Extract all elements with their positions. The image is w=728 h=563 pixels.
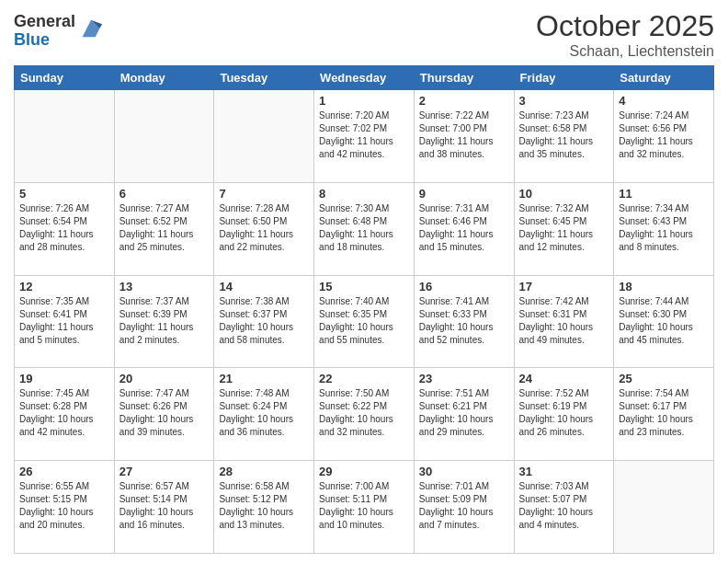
day-info: Sunrise: 6:57 AMSunset: 5:14 PMDaylight:…: [119, 480, 210, 532]
day-info: Sunrise: 7:28 AMSunset: 6:50 PMDaylight:…: [219, 202, 309, 254]
calendar-cell: 16Sunrise: 7:41 AMSunset: 6:33 PMDayligh…: [414, 275, 514, 368]
logo-general-text: General: [14, 13, 75, 31]
calendar-cell: 23Sunrise: 7:51 AMSunset: 6:21 PMDayligh…: [414, 368, 514, 461]
day-info: Sunrise: 7:37 AMSunset: 6:39 PMDaylight:…: [119, 295, 210, 347]
week-row-5: 26Sunrise: 6:55 AMSunset: 5:15 PMDayligh…: [15, 461, 714, 554]
weekday-header-thursday: Thursday: [414, 66, 514, 90]
day-number: 1: [319, 94, 409, 108]
weekday-header-tuesday: Tuesday: [214, 66, 314, 90]
day-number: 18: [619, 280, 709, 293]
day-number: 10: [519, 187, 609, 201]
header: General Blue October 2025 Schaan, Liecht…: [14, 9, 714, 60]
day-info: Sunrise: 7:41 AMSunset: 6:33 PMDaylight:…: [419, 295, 509, 347]
day-number: 12: [19, 280, 109, 293]
calendar-cell: 5Sunrise: 7:26 AMSunset: 6:54 PMDaylight…: [15, 182, 115, 275]
day-info: Sunrise: 7:45 AMSunset: 6:28 PMDaylight:…: [19, 387, 109, 439]
calendar-cell: 13Sunrise: 7:37 AMSunset: 6:39 PMDayligh…: [114, 275, 214, 368]
calendar-cell: 12Sunrise: 7:35 AMSunset: 6:41 PMDayligh…: [15, 275, 115, 368]
calendar-cell: 27Sunrise: 6:57 AMSunset: 5:14 PMDayligh…: [114, 461, 214, 554]
day-number: 25: [619, 372, 709, 385]
day-number: 24: [519, 372, 609, 385]
week-row-2: 5Sunrise: 7:26 AMSunset: 6:54 PMDaylight…: [15, 182, 714, 275]
week-row-1: 1Sunrise: 7:20 AMSunset: 7:02 PMDaylight…: [15, 90, 714, 183]
logo: General Blue: [14, 13, 104, 50]
title-block: October 2025 Schaan, Liechtenstein: [536, 9, 714, 60]
day-number: 21: [219, 372, 309, 385]
calendar-cell: [114, 90, 214, 183]
day-info: Sunrise: 7:38 AMSunset: 6:37 PMDaylight:…: [219, 295, 309, 347]
day-info: Sunrise: 7:54 AMSunset: 6:17 PMDaylight:…: [619, 387, 709, 439]
day-info: Sunrise: 7:22 AMSunset: 7:00 PMDaylight:…: [419, 109, 509, 161]
day-info: Sunrise: 7:30 AMSunset: 6:48 PMDaylight:…: [319, 202, 409, 254]
logo-blue-text: Blue: [14, 31, 75, 50]
day-info: Sunrise: 7:35 AMSunset: 6:41 PMDaylight:…: [19, 295, 109, 347]
page: General Blue October 2025 Schaan, Liecht…: [0, 0, 728, 563]
calendar-cell: 20Sunrise: 7:47 AMSunset: 6:26 PMDayligh…: [114, 368, 214, 461]
day-number: 8: [319, 187, 409, 201]
logo-icon: [78, 16, 104, 41]
calendar-table: SundayMondayTuesdayWednesdayThursdayFrid…: [14, 65, 714, 554]
day-number: 20: [119, 372, 210, 385]
day-number: 29: [319, 465, 409, 478]
weekday-header-saturday: Saturday: [614, 66, 714, 90]
day-number: 17: [519, 280, 609, 293]
calendar-cell: 24Sunrise: 7:52 AMSunset: 6:19 PMDayligh…: [514, 368, 614, 461]
day-number: 31: [519, 465, 609, 478]
calendar-cell: 21Sunrise: 7:48 AMSunset: 6:24 PMDayligh…: [214, 368, 314, 461]
day-info: Sunrise: 7:03 AMSunset: 5:07 PMDaylight:…: [519, 480, 609, 532]
week-row-4: 19Sunrise: 7:45 AMSunset: 6:28 PMDayligh…: [15, 368, 714, 461]
day-number: 13: [119, 280, 210, 293]
day-info: Sunrise: 6:58 AMSunset: 5:12 PMDaylight:…: [219, 480, 309, 532]
weekday-header-sunday: Sunday: [15, 66, 115, 90]
day-number: 9: [419, 187, 509, 201]
day-number: 26: [19, 465, 109, 478]
day-number: 3: [519, 94, 609, 108]
day-info: Sunrise: 7:52 AMSunset: 6:19 PMDaylight:…: [519, 387, 609, 439]
calendar-cell: 2Sunrise: 7:22 AMSunset: 7:00 PMDaylight…: [414, 90, 514, 183]
day-info: Sunrise: 7:44 AMSunset: 6:30 PMDaylight:…: [619, 295, 709, 347]
calendar-cell: 30Sunrise: 7:01 AMSunset: 5:09 PMDayligh…: [414, 461, 514, 554]
day-number: 5: [19, 187, 109, 201]
calendar-cell: 9Sunrise: 7:31 AMSunset: 6:46 PMDaylight…: [414, 182, 514, 275]
day-number: 16: [419, 280, 509, 293]
day-number: 23: [419, 372, 509, 385]
day-number: 11: [619, 187, 709, 201]
day-number: 19: [19, 372, 109, 385]
day-info: Sunrise: 7:47 AMSunset: 6:26 PMDaylight:…: [119, 387, 210, 439]
day-info: Sunrise: 7:00 AMSunset: 5:11 PMDaylight:…: [319, 480, 409, 532]
week-row-3: 12Sunrise: 7:35 AMSunset: 6:41 PMDayligh…: [15, 275, 714, 368]
day-info: Sunrise: 7:51 AMSunset: 6:21 PMDaylight:…: [419, 387, 509, 439]
calendar-cell: 28Sunrise: 6:58 AMSunset: 5:12 PMDayligh…: [214, 461, 314, 554]
calendar-cell: 7Sunrise: 7:28 AMSunset: 6:50 PMDaylight…: [214, 182, 314, 275]
day-info: Sunrise: 7:20 AMSunset: 7:02 PMDaylight:…: [319, 109, 409, 161]
day-number: 6: [119, 187, 210, 201]
weekday-header-friday: Friday: [514, 66, 614, 90]
calendar-cell: [614, 461, 714, 554]
day-number: 7: [219, 187, 309, 201]
calendar-cell: 26Sunrise: 6:55 AMSunset: 5:15 PMDayligh…: [15, 461, 115, 554]
calendar-cell: 31Sunrise: 7:03 AMSunset: 5:07 PMDayligh…: [514, 461, 614, 554]
calendar-cell: 10Sunrise: 7:32 AMSunset: 6:45 PMDayligh…: [514, 182, 614, 275]
calendar-cell: 29Sunrise: 7:00 AMSunset: 5:11 PMDayligh…: [314, 461, 415, 554]
day-info: Sunrise: 7:24 AMSunset: 6:56 PMDaylight:…: [619, 109, 709, 161]
day-info: Sunrise: 7:42 AMSunset: 6:31 PMDaylight:…: [519, 295, 609, 347]
day-number: 28: [219, 465, 309, 478]
day-number: 14: [219, 280, 309, 293]
day-info: Sunrise: 7:31 AMSunset: 6:46 PMDaylight:…: [419, 202, 509, 254]
calendar-cell: 8Sunrise: 7:30 AMSunset: 6:48 PMDaylight…: [314, 182, 415, 275]
day-number: 30: [419, 465, 509, 478]
weekday-header-row: SundayMondayTuesdayWednesdayThursdayFrid…: [15, 66, 714, 90]
day-info: Sunrise: 7:01 AMSunset: 5:09 PMDaylight:…: [419, 480, 509, 532]
calendar-cell: 4Sunrise: 7:24 AMSunset: 6:56 PMDaylight…: [614, 90, 714, 183]
day-info: Sunrise: 7:32 AMSunset: 6:45 PMDaylight:…: [519, 202, 609, 254]
day-info: Sunrise: 7:48 AMSunset: 6:24 PMDaylight:…: [219, 387, 309, 439]
day-number: 2: [419, 94, 509, 108]
day-info: Sunrise: 7:27 AMSunset: 6:52 PMDaylight:…: [119, 202, 210, 254]
day-info: Sunrise: 7:23 AMSunset: 6:58 PMDaylight:…: [519, 109, 609, 161]
calendar-cell: [214, 90, 314, 183]
day-number: 22: [319, 372, 409, 385]
calendar-cell: 17Sunrise: 7:42 AMSunset: 6:31 PMDayligh…: [514, 275, 614, 368]
calendar-cell: [15, 90, 115, 183]
day-info: Sunrise: 7:26 AMSunset: 6:54 PMDaylight:…: [19, 202, 109, 254]
day-info: Sunrise: 6:55 AMSunset: 5:15 PMDaylight:…: [19, 480, 109, 532]
